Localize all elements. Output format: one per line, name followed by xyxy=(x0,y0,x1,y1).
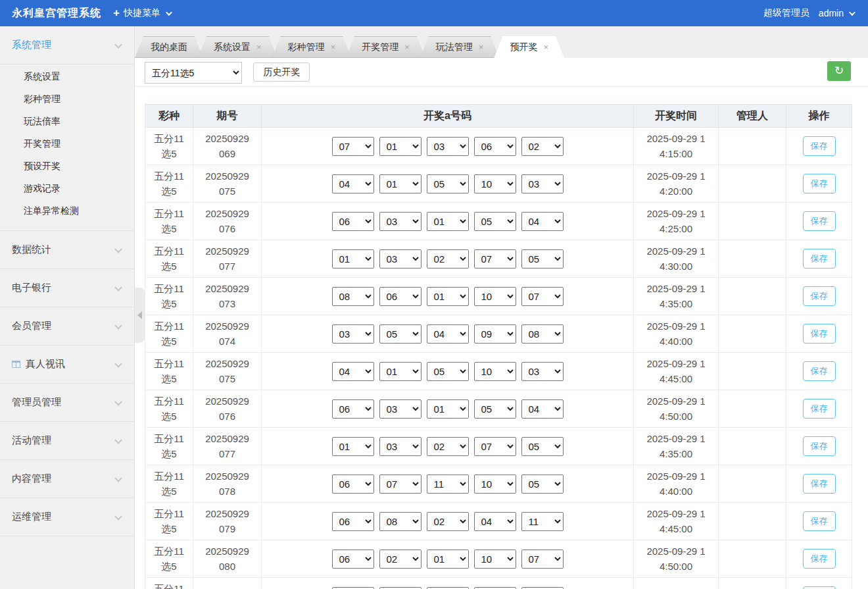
sidebar-group-1[interactable]: 系统管理 xyxy=(0,26,134,64)
number-select[interactable]: 04 xyxy=(474,512,516,531)
number-select[interactable]: 10 xyxy=(332,587,374,589)
number-select[interactable]: 06 xyxy=(332,550,374,569)
sidebar-group-6[interactable]: 管理员管理 xyxy=(0,384,134,422)
save-button[interactable]: 保存 xyxy=(803,399,836,419)
number-select[interactable]: 08 xyxy=(521,324,564,344)
number-select[interactable]: 05 xyxy=(521,437,564,456)
number-select[interactable]: 10 xyxy=(474,362,516,381)
number-select[interactable]: 04 xyxy=(474,587,516,589)
number-select[interactable]: 06 xyxy=(332,399,374,419)
number-select[interactable]: 10 xyxy=(474,550,516,569)
close-icon[interactable]: × xyxy=(543,42,548,52)
number-select[interactable]: 06 xyxy=(521,587,564,589)
number-select[interactable]: 10 xyxy=(474,474,516,494)
number-select[interactable]: 01 xyxy=(427,550,469,569)
history-draws-button[interactable]: 历史开奖 xyxy=(253,63,310,82)
number-select[interactable]: 02 xyxy=(379,550,422,569)
number-select[interactable]: 05 xyxy=(427,174,469,193)
number-select[interactable]: 01 xyxy=(379,137,422,156)
close-icon[interactable]: × xyxy=(404,42,410,52)
number-select[interactable]: 01 xyxy=(332,249,374,269)
save-button[interactable]: 保存 xyxy=(803,174,836,193)
sidebar-item[interactable]: 游戏记录 xyxy=(0,178,134,200)
number-select[interactable]: 10 xyxy=(474,287,516,306)
number-select[interactable]: 06 xyxy=(332,512,374,531)
sidebar-group-4[interactable]: 会员管理 xyxy=(0,307,134,346)
number-select[interactable]: 04 xyxy=(521,212,564,231)
number-select[interactable]: 06 xyxy=(332,474,374,494)
sidebar-group-5[interactable]: 真人视讯 xyxy=(0,346,134,384)
number-select[interactable]: 03 xyxy=(379,212,422,231)
number-select[interactable]: 03 xyxy=(379,249,422,269)
save-button[interactable]: 保存 xyxy=(803,211,836,231)
number-select[interactable]: 09 xyxy=(474,324,516,344)
save-button[interactable]: 保存 xyxy=(803,474,836,494)
sidebar-item[interactable]: 系统设置 xyxy=(0,66,134,88)
number-select[interactable]: 04 xyxy=(332,362,374,381)
number-select[interactable]: 01 xyxy=(379,362,422,381)
save-button[interactable]: 保存 xyxy=(803,361,836,381)
number-select[interactable]: 08 xyxy=(379,587,422,589)
save-button[interactable]: 保存 xyxy=(803,436,836,456)
number-select[interactable]: 11 xyxy=(521,512,564,531)
number-select[interactable]: 03 xyxy=(379,399,422,419)
number-select[interactable]: 05 xyxy=(474,212,516,231)
number-select[interactable]: 02 xyxy=(427,437,469,456)
close-icon[interactable]: × xyxy=(331,42,336,52)
number-select[interactable]: 07 xyxy=(474,249,516,269)
sidebar-group-3[interactable]: 电子银行 xyxy=(0,269,134,307)
number-select[interactable]: 04 xyxy=(332,174,374,193)
number-select[interactable]: 01 xyxy=(379,174,422,193)
sidebar-group-2[interactable]: 数据统计 xyxy=(0,231,134,269)
number-select[interactable]: 07 xyxy=(332,137,374,156)
sidebar-item[interactable]: 预设开奖 xyxy=(0,155,134,178)
quick-menu-button[interactable]: + 快捷菜单 xyxy=(113,7,170,20)
number-select[interactable]: 01 xyxy=(427,399,469,419)
number-select[interactable]: 07 xyxy=(427,587,469,589)
tab-6[interactable]: 预开奖× xyxy=(494,36,564,58)
number-select[interactable]: 03 xyxy=(521,362,564,381)
lottery-type-select[interactable]: 五分11选5 xyxy=(145,62,242,84)
number-select[interactable]: 08 xyxy=(332,287,374,306)
number-select[interactable]: 01 xyxy=(427,287,469,306)
sidebar-item[interactable]: 注单异常检测 xyxy=(0,200,134,222)
number-select[interactable]: 05 xyxy=(521,474,564,494)
number-select[interactable]: 03 xyxy=(332,324,374,344)
tab-1[interactable]: 我的桌面 xyxy=(135,36,203,58)
number-select[interactable]: 07 xyxy=(521,287,564,306)
save-button[interactable]: 保存 xyxy=(803,286,836,306)
sidebar-collapse-handle[interactable] xyxy=(135,288,145,343)
number-select[interactable]: 06 xyxy=(474,137,516,156)
number-select[interactable]: 03 xyxy=(521,174,564,193)
save-button[interactable]: 保存 xyxy=(803,136,836,156)
number-select[interactable]: 07 xyxy=(521,550,564,569)
close-icon[interactable]: × xyxy=(256,42,262,52)
user-menu[interactable]: admin xyxy=(819,8,854,18)
number-select[interactable]: 06 xyxy=(379,287,422,306)
save-button[interactable]: 保存 xyxy=(803,586,836,589)
close-icon[interactable]: × xyxy=(479,42,484,52)
save-button[interactable]: 保存 xyxy=(803,511,836,531)
tab-3[interactable]: 彩种管理× xyxy=(272,36,352,58)
sidebar-item[interactable]: 玩法倍率 xyxy=(0,111,134,133)
number-select[interactable]: 04 xyxy=(521,399,564,419)
number-select[interactable]: 03 xyxy=(379,437,422,456)
sidebar-group-7[interactable]: 活动管理 xyxy=(0,422,134,460)
number-select[interactable]: 05 xyxy=(427,362,469,381)
sidebar-group-8[interactable]: 内容管理 xyxy=(0,460,134,498)
sidebar-item[interactable]: 开奖管理 xyxy=(0,133,134,155)
number-select[interactable]: 02 xyxy=(427,249,469,269)
sidebar-group-9[interactable]: 运维管理 xyxy=(0,498,134,536)
number-select[interactable]: 06 xyxy=(332,212,374,231)
number-select[interactable]: 05 xyxy=(379,324,422,344)
tab-4[interactable]: 开奖管理× xyxy=(346,36,425,58)
number-select[interactable]: 11 xyxy=(427,474,469,494)
save-button[interactable]: 保存 xyxy=(803,249,836,269)
refresh-button[interactable]: ↻ xyxy=(827,61,851,81)
save-button[interactable]: 保存 xyxy=(803,549,836,569)
number-select[interactable]: 03 xyxy=(427,137,469,156)
number-select[interactable]: 05 xyxy=(474,399,516,419)
number-select[interactable]: 04 xyxy=(427,324,469,344)
number-select[interactable]: 01 xyxy=(427,212,469,231)
number-select[interactable]: 08 xyxy=(379,512,422,531)
